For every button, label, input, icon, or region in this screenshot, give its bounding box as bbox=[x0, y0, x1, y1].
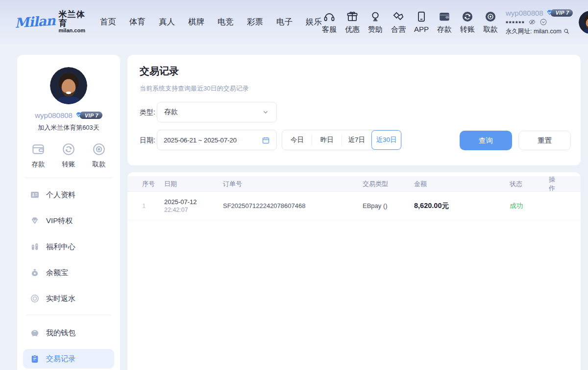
row-seq: 1 bbox=[142, 202, 164, 209]
row-transaction-type: EBpay () bbox=[363, 202, 414, 209]
row-order-number: SF202507122242078607468 bbox=[223, 202, 363, 209]
date-range-value: 2025-06-21 ~ 2025-07-20 bbox=[164, 137, 262, 144]
wallet-quick-actions: 存款 转账 取款 bbox=[17, 132, 120, 178]
filter-panel: 交易记录 当前系统支持查询最近30日的交易记录 类型: 存款 日期: 2025-… bbox=[127, 55, 581, 165]
header-quick-links: 客服 优惠 赞助 合营 APP bbox=[322, 10, 498, 34]
benefits-icon bbox=[30, 242, 40, 252]
medal-icon bbox=[369, 10, 382, 23]
deposit-button[interactable]: 存款 bbox=[31, 142, 46, 169]
app-download-button[interactable]: APP bbox=[414, 10, 429, 33]
table-header-row: 序号 日期 订单号 交易类型 金额 状态 操作 bbox=[127, 176, 581, 192]
avatar[interactable] bbox=[579, 11, 588, 34]
nav-item-esports[interactable]: 电竞 bbox=[218, 17, 234, 27]
partnership-button[interactable]: 合营 bbox=[391, 10, 406, 34]
col-header-seq: 序号 bbox=[142, 180, 164, 188]
sidebar-item-wallet[interactable]: 我的钱包 bbox=[23, 323, 114, 343]
type-label: 类型: bbox=[140, 102, 155, 122]
sidebar-item-benefits[interactable]: 福利中心 bbox=[23, 237, 114, 256]
clipboard-icon bbox=[30, 354, 40, 364]
row-status: 成功 bbox=[510, 202, 549, 210]
brand-domain: milan.com bbox=[59, 28, 85, 34]
sidebar-menu: 个人资料 VIP特权 福利中心 余额宝 实时返水 bbox=[17, 178, 120, 369]
nav-item-cards[interactable]: 棋牌 bbox=[188, 17, 204, 27]
chevron-down-icon bbox=[262, 108, 270, 116]
magnifier-icon[interactable] bbox=[563, 28, 570, 35]
range-yesterday-button[interactable]: 昨日 bbox=[312, 130, 342, 150]
profile-sidebar: wyp080808 VIP 7 加入米兰体育第603天 存款 转账 取款 bbox=[17, 55, 120, 370]
deposit-button[interactable]: 存款 bbox=[437, 10, 452, 34]
divider bbox=[26, 315, 111, 315]
transfer-filled-icon bbox=[461, 10, 474, 23]
handshake-icon bbox=[392, 10, 405, 23]
promotions-button[interactable]: 优惠 bbox=[345, 10, 360, 34]
transfer-button[interactable]: 转账 bbox=[460, 10, 475, 34]
main-nav: 首页 体育 真人 棋牌 电竞 彩票 电子 娱乐 bbox=[100, 17, 322, 27]
nav-item-slots[interactable]: 电子 bbox=[276, 17, 293, 27]
vip-level-label: VIP 7 bbox=[550, 9, 573, 17]
phone-icon bbox=[415, 10, 428, 23]
vip-gem-icon bbox=[545, 9, 554, 17]
permanent-url-label: 永久网址: milan.com bbox=[506, 27, 562, 36]
date-quick-ranges: 今日 昨日 近7日 近30日 bbox=[282, 130, 402, 150]
withdraw-button[interactable]: 取款 bbox=[483, 10, 498, 34]
search-button[interactable]: 查询 bbox=[460, 131, 512, 150]
nav-item-entertainment[interactable]: 娱乐 bbox=[306, 17, 322, 27]
transfer-button[interactable]: 转账 bbox=[61, 142, 76, 169]
id-card-icon bbox=[30, 190, 40, 200]
withdraw-button[interactable]: 取款 bbox=[92, 142, 106, 169]
sidebar-username: wyp080808 bbox=[35, 111, 73, 119]
type-select[interactable]: 存款 bbox=[157, 102, 277, 122]
header-username[interactable]: wyp080808 bbox=[506, 9, 543, 17]
nav-item-live[interactable]: 真人 bbox=[159, 17, 175, 27]
transfer-icon bbox=[61, 142, 76, 157]
nav-item-home[interactable]: 首页 bbox=[100, 17, 116, 27]
vip-gem-icon bbox=[74, 111, 83, 119]
page-subtitle: 当前系统支持查询最近30日的交易记录 bbox=[140, 84, 248, 93]
col-header-status: 状态 bbox=[510, 180, 549, 188]
col-header-date: 日期 bbox=[164, 180, 223, 188]
page-title: 交易记录 bbox=[140, 65, 179, 78]
col-header-action: 操作 bbox=[549, 175, 561, 193]
avatar[interactable] bbox=[50, 67, 87, 104]
balance-masked: ****** bbox=[506, 18, 525, 26]
reset-button[interactable]: 重置 bbox=[518, 131, 571, 150]
logo-script: Milan bbox=[14, 13, 55, 31]
table-row: 1 2025-07-12 22:42:07 SF2025071222420786… bbox=[127, 192, 581, 220]
vip-badge[interactable]: VIP 7 bbox=[74, 111, 102, 119]
chevron-circle-icon[interactable] bbox=[539, 18, 547, 26]
sidebar-item-transactions[interactable]: 交易记录 bbox=[23, 349, 114, 369]
vip-level-label: VIP 7 bbox=[79, 112, 102, 119]
eye-off-icon[interactable] bbox=[528, 18, 536, 26]
gem-icon bbox=[30, 216, 40, 226]
join-days-label: 加入米兰体育第603天 bbox=[17, 123, 120, 132]
customer-service-button[interactable]: 客服 bbox=[322, 10, 337, 34]
col-header-amount: 金额 bbox=[414, 180, 510, 188]
nav-item-lottery[interactable]: 彩票 bbox=[247, 17, 263, 27]
col-header-order: 订单号 bbox=[223, 180, 363, 188]
date-range-input[interactable]: 2025-06-21 ~ 2025-07-20 bbox=[157, 130, 277, 150]
wallet-filled-icon bbox=[438, 10, 451, 23]
sidebar-item-yuebao[interactable]: 余额宝 bbox=[23, 263, 114, 282]
row-date: 2025-07-12 bbox=[164, 198, 223, 206]
vip-badge[interactable]: VIP 7 bbox=[545, 9, 573, 17]
sidebar-item-profile[interactable]: 个人资料 bbox=[23, 185, 114, 205]
col-header-type: 交易类型 bbox=[363, 180, 414, 188]
sidebar-item-vip[interactable]: VIP特权 bbox=[23, 211, 114, 231]
withdraw-filled-icon bbox=[484, 10, 497, 23]
range-30days-button[interactable]: 近30日 bbox=[371, 130, 401, 150]
brand-logo[interactable]: Milan 米兰体育 milan.com bbox=[15, 10, 85, 33]
headset-icon bbox=[323, 10, 336, 23]
range-today-button[interactable]: 今日 bbox=[282, 130, 312, 150]
user-info-block: wyp080808 VIP 7 ****** 永久网址: milan.com bbox=[506, 9, 573, 36]
sponsorship-button[interactable]: 赞助 bbox=[368, 10, 383, 34]
range-7days-button[interactable]: 近7日 bbox=[342, 130, 372, 150]
wallet-icon bbox=[31, 142, 46, 157]
brand-name: 米兰体育 bbox=[59, 10, 85, 28]
piggy-bank-icon bbox=[30, 328, 40, 338]
row-amount: 8,620.00元 bbox=[414, 201, 510, 210]
nav-item-sports[interactable]: 体育 bbox=[129, 17, 146, 27]
money-bag-icon bbox=[30, 268, 40, 278]
calendar-icon bbox=[262, 136, 270, 144]
sidebar-item-rebate[interactable]: 实时返水 bbox=[23, 289, 114, 308]
gift-icon bbox=[346, 10, 359, 23]
